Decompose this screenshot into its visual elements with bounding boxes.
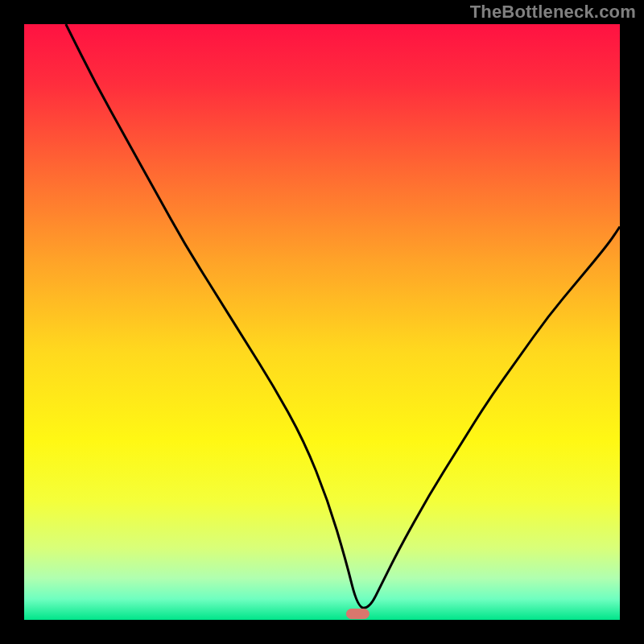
bottleneck-chart: [24, 24, 620, 620]
chart-frame: TheBottleneck.com: [0, 0, 644, 644]
minimum-marker: [346, 609, 369, 619]
watermark-text: TheBottleneck.com: [470, 2, 636, 23]
plot-area: [24, 24, 620, 620]
